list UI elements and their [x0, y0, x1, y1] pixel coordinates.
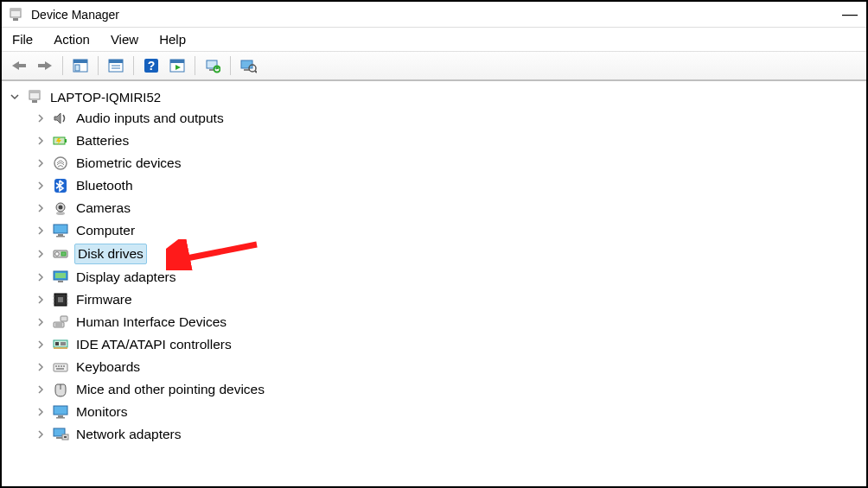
expand-icon[interactable] — [35, 271, 47, 283]
svg-rect-15 — [170, 60, 184, 63]
expand-icon[interactable] — [35, 406, 47, 418]
category-icon — [52, 291, 69, 308]
category-label: Monitors — [74, 402, 129, 421]
show-hide-console-tree-button[interactable] — [68, 54, 93, 77]
app-icon — [7, 6, 24, 23]
minimize-button[interactable]: — — [842, 5, 861, 23]
menu-action[interactable]: Action — [54, 32, 90, 47]
tree-item[interactable]: Keyboards — [33, 356, 863, 378]
expand-icon[interactable] — [35, 180, 47, 192]
expand-icon[interactable] — [35, 383, 47, 396]
find-device-button[interactable] — [236, 54, 260, 77]
expand-icon[interactable] — [35, 294, 47, 306]
svg-rect-64 — [56, 368, 64, 370]
svg-rect-61 — [58, 365, 60, 367]
properties-button[interactable] — [104, 54, 128, 77]
expand-icon[interactable] — [35, 202, 47, 214]
svg-rect-59 — [54, 364, 67, 371]
expand-icon[interactable] — [35, 361, 47, 373]
tree-item[interactable]: Audio inputs and outputs — [33, 107, 863, 130]
svg-rect-6 — [73, 60, 87, 63]
tree-item[interactable]: Bluetooth — [33, 174, 863, 197]
svg-point-38 — [55, 252, 60, 257]
expand-icon[interactable] — [35, 316, 47, 328]
tree-item[interactable]: Biometric devices — [33, 152, 863, 174]
svg-rect-20 — [241, 60, 252, 68]
tree-item[interactable]: Human Interface Devices — [33, 311, 863, 333]
category-label: Display adapters — [74, 268, 177, 287]
tree-root-row[interactable]: LAPTOP-IQMIRI52 — [5, 86, 863, 107]
category-label: Keyboards — [74, 358, 142, 377]
tree-item[interactable]: Display adapters — [33, 266, 863, 288]
action-pane-button[interactable] — [165, 54, 189, 77]
svg-rect-52 — [61, 316, 67, 321]
svg-rect-50 — [58, 297, 63, 302]
category-icon — [52, 222, 69, 239]
category-label: Biometric devices — [74, 154, 182, 173]
menu-view[interactable]: View — [111, 32, 138, 47]
category-icon — [52, 110, 69, 127]
svg-rect-2 — [13, 18, 18, 21]
svg-rect-26 — [32, 100, 37, 103]
back-button[interactable] — [7, 54, 31, 77]
category-icon — [52, 155, 69, 172]
expand-icon[interactable] — [35, 225, 47, 237]
svg-rect-42 — [58, 281, 63, 282]
tree-item[interactable]: Firmware — [33, 288, 863, 311]
category-icon — [52, 381, 69, 398]
svg-rect-3 — [18, 64, 26, 67]
svg-rect-36 — [56, 236, 65, 238]
tree-item[interactable]: IDE ATA/ATAPI controllers — [33, 333, 863, 356]
tree-item[interactable]: Network adapters — [33, 423, 863, 446]
toolbar-separator — [195, 56, 195, 75]
category-icon — [52, 200, 69, 217]
expand-icon[interactable] — [35, 135, 47, 147]
window-title: Device Manager — [31, 8, 119, 22]
tree-item[interactable]: Cameras — [33, 197, 863, 219]
scan-hardware-button[interactable] — [201, 54, 225, 77]
tree-root-label: LAPTOP-IQMIRI52 — [48, 90, 163, 105]
svg-rect-72 — [64, 436, 67, 438]
svg-rect-41 — [55, 273, 66, 278]
toolbar-separator — [230, 56, 231, 75]
menubar: File Action View Help — [2, 28, 866, 52]
computer-root-icon — [26, 88, 43, 105]
category-icon — [52, 269, 69, 286]
svg-text:?: ? — [148, 59, 156, 73]
category-label: Mice and other pointing devices — [74, 380, 266, 399]
category-label: Disk drives — [74, 244, 147, 264]
toolbar-separator — [98, 56, 99, 75]
svg-rect-7 — [75, 65, 80, 71]
menu-file[interactable]: File — [12, 32, 33, 47]
forward-button[interactable] — [33, 54, 57, 77]
menu-help[interactable]: Help — [159, 32, 186, 47]
tree-item[interactable]: Computer — [33, 219, 863, 242]
category-label: IDE ATA/ATAPI controllers — [74, 335, 233, 354]
category-icon — [52, 358, 69, 376]
expand-icon[interactable] — [35, 157, 47, 169]
help-button[interactable]: ? — [139, 54, 163, 77]
category-label: Computer — [74, 221, 137, 240]
tree-item[interactable]: Monitors — [33, 401, 863, 423]
tree-item[interactable]: Disk drives — [33, 242, 863, 266]
svg-rect-56 — [55, 342, 59, 345]
svg-rect-62 — [61, 365, 62, 367]
device-tree[interactable]: LAPTOP-IQMIRI52 Audio inputs and outputs… — [2, 81, 866, 486]
tree-item[interactable]: Mice and other pointing devices — [33, 378, 863, 401]
expand-icon[interactable] — [35, 112, 47, 124]
svg-rect-67 — [58, 415, 63, 417]
svg-rect-25 — [29, 91, 40, 93]
expand-icon[interactable] — [35, 339, 47, 351]
svg-rect-39 — [61, 252, 66, 256]
expand-icon[interactable] — [35, 248, 47, 260]
titlebar: Device Manager — — [2, 2, 866, 28]
category-label: Firmware — [74, 290, 134, 309]
category-icon — [52, 132, 69, 149]
svg-rect-66 — [54, 406, 67, 415]
category-label: Human Interface Devices — [74, 313, 228, 332]
category-label: Audio inputs and outputs — [74, 109, 226, 128]
svg-rect-68 — [56, 417, 65, 419]
expand-icon[interactable] — [35, 428, 47, 440]
tree-item[interactable]: Batteries — [33, 130, 863, 152]
collapse-icon[interactable] — [9, 91, 21, 103]
